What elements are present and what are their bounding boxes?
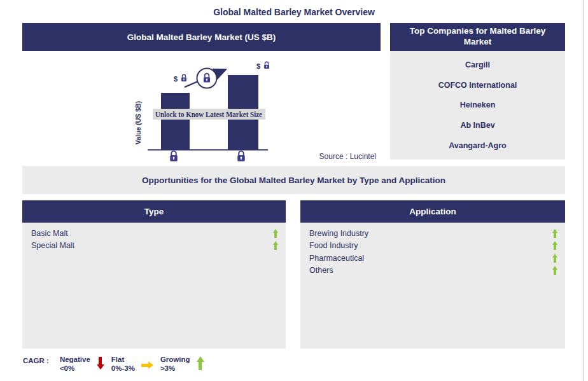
application-panel-list: Brewing Industry Food Industry Pharmaceu… (300, 223, 565, 349)
infographic-canvas: Global Malted Barley Market Overview Glo… (0, 0, 588, 381)
bar-chart-svg: Value (US $B) $ $ Unlock to Know Latest … (22, 51, 381, 162)
chart-panel-header-label: Global Malted Barley Market (US $B) (127, 32, 276, 42)
bar2-lock-icon (264, 62, 269, 69)
opportunities-title: Opportunities for the Global Malted Barl… (142, 176, 445, 185)
cagr-legend-label: CAGR : (23, 357, 49, 364)
opportunities-band: Opportunities for the Global Malted Barl… (22, 166, 565, 194)
negative-down-arrow-icon (97, 357, 104, 370)
application-item-label: Food Industry (309, 241, 358, 250)
cagr-legend: CAGR : Negative <0% Flat 0%-3% Growing >… (23, 356, 211, 373)
growing-arrow-icon (273, 229, 278, 238)
type-item-label: Special Malt (31, 241, 74, 250)
page-title: Global Malted Barley Market Overview (0, 7, 588, 17)
unlock-banner[interactable]: Unlock to Know Latest Market Size (153, 109, 265, 120)
top-companies-header: Top Companies for Malted Barley Market (390, 23, 565, 51)
growing-arrow-icon (552, 229, 557, 238)
source-label: Source : Lucintel (319, 152, 376, 161)
y-axis-label: Value (US $B) (134, 101, 142, 144)
cagr-name: Growing (160, 356, 190, 364)
application-item-label: Brewing Industry (309, 229, 368, 238)
list-item: Others (300, 265, 565, 277)
type-panel-header: Type (22, 200, 286, 223)
type-panel-list: Basic Malt Special Malt (22, 223, 286, 349)
cagr-range: <0% (60, 364, 90, 373)
growing-arrow-icon (273, 241, 278, 250)
cagr-range: 0%-3% (111, 364, 135, 373)
type-panel-header-label: Type (144, 207, 164, 216)
top-companies-list: Cargill COFCO International Heineken Ab … (390, 51, 565, 160)
cagr-legend-item-negative: Negative <0% (60, 356, 104, 373)
application-panel-header: Application (300, 200, 565, 223)
bar1-lock-icon (181, 74, 186, 81)
growing-arrow-icon (552, 254, 557, 263)
list-item: Food Industry (300, 240, 565, 253)
bar1-dollar-label: $ (174, 75, 178, 83)
growing-up-arrow-icon (197, 356, 204, 370)
type-item-label: Basic Malt (31, 229, 68, 238)
bar2-dollar-label: $ (256, 62, 260, 70)
application-panel-header-label: Application (409, 207, 456, 216)
application-item-label: Pharmaceutical (309, 254, 364, 263)
x-tick1-lock-icon (170, 151, 178, 162)
cagr-name: Flat (111, 356, 135, 364)
company-item: Avangard-Agro (390, 141, 565, 150)
list-item: Pharmaceutical (300, 252, 565, 265)
cagr-legend-item-flat: Flat 0%-3% (111, 356, 153, 373)
x-tick2-lock-icon (237, 151, 245, 162)
market-size-chart: Value (US $B) $ $ Unlock to Know Latest … (22, 51, 381, 162)
cagr-range: >3% (160, 364, 190, 373)
list-item: Basic Malt (22, 227, 286, 240)
growing-arrow-icon (552, 241, 557, 250)
company-item: Heineken (390, 100, 565, 109)
chart-panel-header: Global Malted Barley Market (US $B) (22, 23, 381, 51)
growing-arrow-icon (552, 266, 557, 275)
cagr-legend-item-growing: Growing >3% (160, 356, 204, 373)
bar-base-year (161, 93, 190, 149)
page-right-border (583, 0, 584, 381)
list-item: Brewing Industry (300, 227, 565, 240)
application-item-label: Others (309, 266, 333, 275)
list-item: Special Malt (22, 240, 286, 253)
company-item: Ab InBev (390, 121, 565, 130)
company-item: COFCO International (390, 81, 565, 90)
company-item: Cargill (390, 60, 565, 69)
flat-right-arrow-icon (141, 361, 153, 369)
cagr-name: Negative (60, 356, 90, 364)
unlock-banner-label[interactable]: Unlock to Know Latest Market Size (155, 111, 262, 118)
top-companies-header-label: Top Companies for Malted Barley Market (402, 26, 554, 48)
